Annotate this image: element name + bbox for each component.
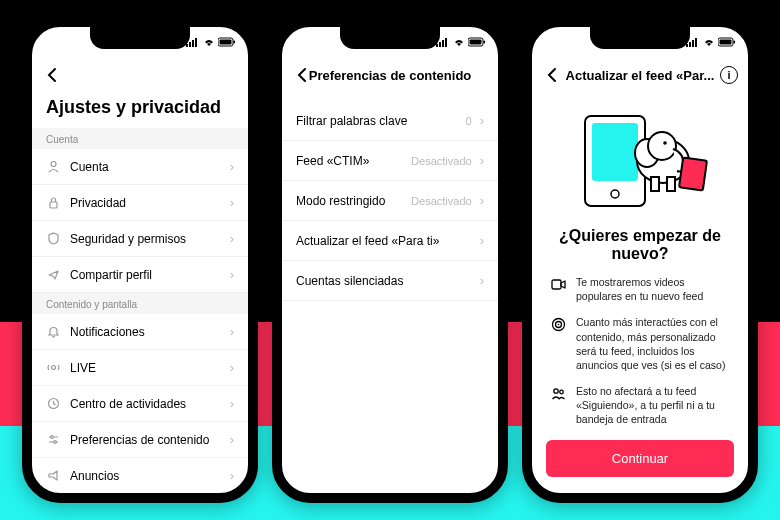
section-label-contenido: Contenido y pantalla xyxy=(32,293,248,314)
svg-rect-24 xyxy=(692,40,694,47)
phone-notch xyxy=(90,27,190,49)
refresh-content: ¿Quieres empezar de nuevo? Te mostraremo… xyxy=(532,93,748,493)
row-label: Filtrar palabras clave xyxy=(296,114,407,128)
svg-point-12 xyxy=(53,441,56,444)
page-title: Actualizar el feed «Par... xyxy=(566,68,715,83)
battery-icon xyxy=(718,37,736,47)
svg-point-11 xyxy=(50,436,53,439)
bullet-text: Te mostraremos videos populares en tu nu… xyxy=(576,275,730,303)
row-filtrar[interactable]: Filtrar palabras clave 0› xyxy=(282,101,498,141)
svg-point-35 xyxy=(663,141,667,145)
row-notificaciones[interactable]: Notificaciones › xyxy=(32,314,248,350)
row-label: Seguridad y permisos xyxy=(70,232,220,246)
row-label: Feed «CTIM» xyxy=(296,154,369,168)
prefs-list: Filtrar palabras clave 0› Feed «CTIM» De… xyxy=(282,93,498,493)
battery-icon xyxy=(468,37,486,47)
row-label: Cuentas silenciadas xyxy=(296,274,403,288)
svg-rect-1 xyxy=(189,42,191,47)
row-actualizar[interactable]: Actualizar el feed «Para ti» › xyxy=(282,221,498,261)
people-icon xyxy=(550,385,566,401)
row-compartir[interactable]: Compartir perfil › xyxy=(32,257,248,293)
chevron-right-icon: › xyxy=(230,159,234,174)
svg-rect-8 xyxy=(50,202,57,208)
chevron-right-icon: › xyxy=(480,113,484,128)
back-button[interactable] xyxy=(42,65,62,85)
background: Ajustes y privacidad Cuenta Cuenta › Pri… xyxy=(0,0,780,520)
svg-rect-38 xyxy=(679,157,707,190)
live-icon xyxy=(46,361,60,375)
wifi-icon xyxy=(453,37,465,47)
info-icon: i xyxy=(727,69,730,81)
row-label: Privacidad xyxy=(70,196,220,210)
settings-list: Cuenta Cuenta › Privacidad › Seguridad y… xyxy=(32,128,248,503)
svg-rect-39 xyxy=(552,280,561,289)
bullet-text: Esto no afectará a tu feed «Siguiendo», … xyxy=(576,384,730,427)
row-silenciadas[interactable]: Cuentas silenciadas › xyxy=(282,261,498,301)
wifi-icon xyxy=(203,37,215,47)
continue-button[interactable]: Continuar xyxy=(546,440,734,477)
row-privacidad[interactable]: Privacidad › xyxy=(32,185,248,221)
chevron-left-icon xyxy=(297,67,307,83)
svg-rect-28 xyxy=(734,41,736,44)
row-anuncios[interactable]: Anuncios › xyxy=(32,458,248,494)
row-label: Actualizar el feed «Para ti» xyxy=(296,234,439,248)
battery-icon xyxy=(218,37,236,47)
wifi-icon xyxy=(703,37,715,47)
heading: ¿Quieres empezar de nuevo? xyxy=(532,221,748,275)
row-preferencias[interactable]: Preferencias de contenido › xyxy=(32,422,248,458)
row-value: Desactivado xyxy=(411,195,472,207)
row-ctim[interactable]: Feed «CTIM» Desactivado› xyxy=(282,141,498,181)
svg-point-7 xyxy=(51,162,56,167)
row-label: Anuncios xyxy=(70,469,220,483)
row-value: 0 xyxy=(466,115,472,127)
row-reproduccion[interactable]: Reproducción › xyxy=(32,494,248,503)
chevron-right-icon: › xyxy=(480,273,484,288)
bullet-item: Esto no afectará a tu feed «Siguiendo», … xyxy=(550,384,730,427)
bullet-item: Cuanto más interactúes con el contenido,… xyxy=(550,315,730,372)
row-label: Notificaciones xyxy=(70,325,220,339)
chevron-left-icon xyxy=(47,67,57,83)
ads-icon xyxy=(46,469,60,483)
phone-notch xyxy=(590,27,690,49)
header: Actualizar el feed «Par... i xyxy=(532,57,748,93)
row-live[interactable]: LIVE › xyxy=(32,350,248,386)
phone-notch xyxy=(340,27,440,49)
shield-icon xyxy=(46,232,60,246)
row-value: Desactivado xyxy=(411,155,472,167)
bullet-list: Te mostraremos videos populares en tu nu… xyxy=(532,275,748,427)
row-cuenta[interactable]: Cuenta › xyxy=(32,149,248,185)
svg-rect-30 xyxy=(592,123,638,181)
svg-rect-5 xyxy=(220,40,232,45)
chevron-right-icon: › xyxy=(480,153,484,168)
svg-point-42 xyxy=(557,324,559,326)
back-button[interactable] xyxy=(542,65,562,85)
phone-settings: Ajustes y privacidad Cuenta Cuenta › Pri… xyxy=(22,17,258,503)
info-button[interactable]: i xyxy=(720,66,738,84)
svg-rect-23 xyxy=(689,42,691,47)
row-label: Preferencias de contenido xyxy=(70,433,220,447)
row-label: Centro de actividades xyxy=(70,397,220,411)
svg-rect-3 xyxy=(195,38,197,47)
lock-icon xyxy=(46,196,60,210)
row-label: Cuenta xyxy=(70,160,220,174)
row-label: Modo restringido xyxy=(296,194,385,208)
svg-rect-36 xyxy=(651,177,659,191)
share-icon xyxy=(46,268,60,282)
row-seguridad[interactable]: Seguridad y permisos › xyxy=(32,221,248,257)
header xyxy=(32,57,248,93)
svg-rect-27 xyxy=(720,40,732,45)
chevron-right-icon: › xyxy=(230,231,234,246)
back-button[interactable] xyxy=(292,65,312,85)
chevron-right-icon: › xyxy=(230,267,234,282)
section-label-cuenta: Cuenta xyxy=(32,128,248,149)
chevron-right-icon: › xyxy=(480,193,484,208)
row-actividades[interactable]: Centro de actividades › xyxy=(32,386,248,422)
svg-rect-6 xyxy=(234,41,236,44)
row-label: Compartir perfil xyxy=(70,268,220,282)
svg-point-34 xyxy=(648,132,676,160)
svg-point-43 xyxy=(553,388,557,392)
row-restringido[interactable]: Modo restringido Desactivado› xyxy=(282,181,498,221)
chevron-right-icon: › xyxy=(230,324,234,339)
svg-rect-18 xyxy=(445,38,447,47)
chevron-right-icon: › xyxy=(230,360,234,375)
